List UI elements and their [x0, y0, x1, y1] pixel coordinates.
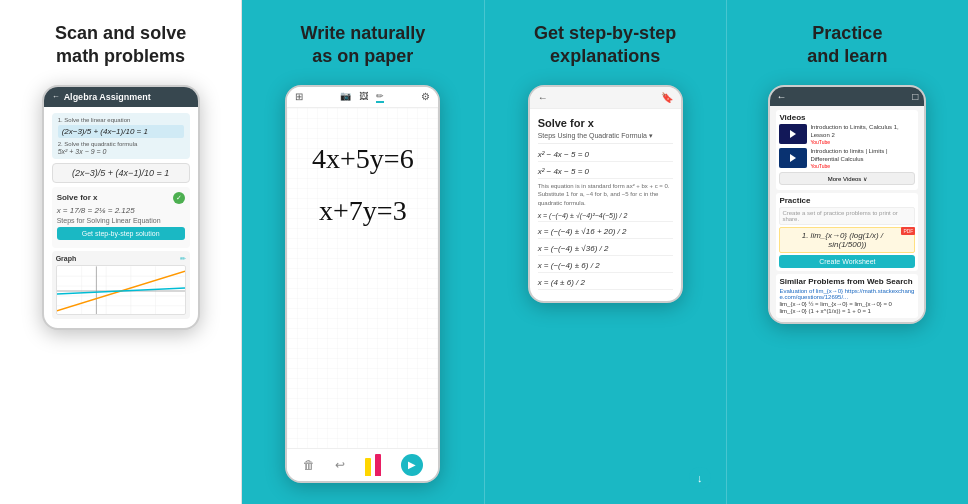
similar-section: Similar Problems from Web Search Evaluat…	[776, 274, 918, 318]
graph-section: Graph ✏	[52, 251, 190, 319]
bookmark-icon: 🔖	[661, 92, 673, 103]
step-6: x = (−(−4) ± 6) / 2	[538, 259, 673, 273]
yellow-pencil-icon[interactable]	[365, 458, 371, 476]
video-title-1: Introduction to Limits, Calculus 1, Less…	[810, 124, 915, 140]
back-icon-3: ←	[538, 92, 548, 103]
similar-math-2: lim_{x→0} (1 + x^(1/x)) = 1 + 0 = 1	[779, 308, 915, 314]
graph-area	[56, 265, 186, 315]
check-badge: ✓	[173, 192, 185, 204]
graph-svg	[57, 266, 185, 315]
hw-line2: x+7y=3	[297, 190, 428, 232]
explanation-text: This equation is in standard form ax² + …	[538, 182, 673, 207]
youtube-label-1: YouTube	[810, 139, 915, 146]
back-icon: ←	[52, 92, 60, 101]
step-3: x = (−(−4) ± √(−4)²−4(−5)) / 2	[538, 210, 673, 222]
play-icon-1	[790, 130, 796, 138]
step-7: x = (4 ± 6) / 2	[538, 276, 673, 290]
grid-icon: ⊞	[295, 91, 303, 102]
practice-title: Practice	[779, 196, 915, 205]
phone3-header: ← 🔖	[530, 87, 681, 109]
phone4-content: Videos Introduction to Limits, Calculus …	[770, 106, 924, 322]
solve-result: x = 17/8 = 2⅛ = 2.125	[57, 206, 185, 215]
steps-label: Steps for Solving Linear Equation	[57, 217, 185, 224]
create-worksheet-button[interactable]: Create Worksheet	[779, 255, 915, 268]
hw-line1: 4x+5y=6	[297, 138, 428, 180]
practice-input[interactable]: Create a set of practice problems to pri…	[779, 207, 915, 225]
phone-mockup-1: ← Algebra Assignment 1. Solve the linear…	[42, 85, 200, 330]
panel4-title: Practice and learn	[807, 22, 887, 69]
video-thumb-1	[779, 124, 807, 144]
photo-icon: 🖼	[359, 91, 368, 103]
math-preview: 1. lim_{x→0} (log(1/x) / sin(1/500))	[779, 227, 915, 253]
phone2-bottom-bar: 🗑 ↩ ▶	[287, 448, 438, 481]
pink-pencil-icon[interactable]	[375, 454, 381, 476]
solve-for-x-title: Solve for x	[538, 117, 673, 129]
more-videos-button[interactable]: More Videos ∨	[779, 172, 915, 185]
play-overlay-2	[779, 148, 807, 168]
phone2-toolbar: ⊞ 📷 🖼 ✏ ⚙	[287, 87, 438, 108]
steps-dropdown[interactable]: Steps Using the Quadratic Formula ▾	[538, 132, 673, 144]
similar-link[interactable]: Evaluation of lim_{x→0} https://math.sta…	[779, 288, 915, 300]
solve-section: Solve for x ✓ x = 17/8 = 2⅛ = 2.125 Step…	[52, 187, 190, 248]
phone3-content: Solve for x Steps Using the Quadratic Fo…	[530, 109, 681, 301]
problem2-label: 2. Solve the quadratic formula	[58, 141, 184, 147]
trash-icon[interactable]: 🗑	[303, 458, 315, 472]
handwriting-equation: 4x+5y=6 x+7y=3	[287, 108, 438, 247]
problem1-box: 1. Solve the linear equation (2x−3)/5 + …	[52, 113, 190, 159]
step-4: x = (−(−4) ± √16 + 20) / 2	[538, 225, 673, 239]
video-item-1: Introduction to Limits, Calculus 1, Less…	[779, 124, 915, 146]
panel-write: Write naturally as on paper ⊞ 📷 🖼 ✏ ⚙	[242, 0, 484, 504]
handwriting-area: 4x+5y=6 x+7y=3	[287, 108, 438, 448]
menu-icon: □	[912, 91, 918, 102]
pdf-badge: PDF	[901, 227, 915, 235]
phone-mockup-2: ⊞ 📷 🖼 ✏ ⚙ 4x+5y=6 x+7y=3	[285, 85, 440, 483]
problem1-label: 1. Solve the linear equation	[58, 117, 184, 123]
step-1: x² − 4x − 5 = 0	[538, 148, 673, 162]
videos-section: Videos Introduction to Limits, Calculus …	[776, 110, 918, 190]
video-thumb-2	[779, 148, 807, 168]
camera-icon: 📷	[340, 91, 351, 103]
equation-large-display: (2x−3)/5 + (4x−1)/10 = 1	[52, 163, 190, 183]
phone1-header: ← Algebra Assignment	[44, 87, 198, 107]
phone4-header: ← □	[770, 87, 924, 106]
phone-mockup-4: ← □ Videos Introduction to Limits, Calcu…	[768, 85, 926, 324]
videos-title: Videos	[779, 113, 915, 122]
panel-explanations: Get step-by-step explanations ← 🔖 Solve …	[485, 0, 727, 504]
play-icon-2	[790, 154, 796, 162]
panel3-title: Get step-by-step explanations	[534, 22, 676, 69]
video-title-2: Introduction to limits | Limits | Differ…	[810, 148, 915, 164]
graph-title: Graph	[56, 255, 77, 262]
panel1-title: Scan and solve math problems	[55, 22, 186, 69]
pencil-icons	[365, 454, 381, 476]
practice-section: Practice Create a set of practice proble…	[776, 193, 918, 271]
pencil-icon: ✏	[180, 255, 186, 265]
youtube-label-2: YouTube	[810, 163, 915, 170]
phone-mockup-3: ← 🔖 Solve for x Steps Using the Quadrati…	[528, 85, 683, 303]
steps-button[interactable]: Get step-by-step solution	[57, 227, 185, 240]
toolbar-icons: 📷 🖼 ✏	[340, 91, 384, 103]
video-info-2: Introduction to limits | Limits | Differ…	[810, 148, 915, 170]
phone1-content: 1. Solve the linear equation (2x−3)/5 + …	[44, 107, 198, 328]
settings-icon: ⚙	[421, 91, 430, 102]
equation2: 5x² + 3x − 9 = 0	[58, 148, 184, 155]
play-overlay-1	[779, 124, 807, 144]
phone1-header-title: Algebra Assignment	[64, 92, 151, 102]
step-2: x² − 4x − 5 = 0	[538, 165, 673, 179]
draw-icon: ✏	[376, 91, 384, 103]
solve-title: Solve for x	[57, 193, 98, 202]
video-item-2: Introduction to limits | Limits | Differ…	[779, 148, 915, 170]
step-5: x = (−(−4) ± √36) / 2	[538, 242, 673, 256]
back-icon-4: ←	[776, 91, 786, 102]
video-info-1: Introduction to Limits, Calculus 1, Less…	[810, 124, 915, 146]
similar-title: Similar Problems from Web Search	[779, 277, 915, 286]
undo-icon[interactable]: ↩	[335, 458, 345, 472]
panel-practice: Practice and learn ← □ Videos Introducti…	[727, 0, 968, 504]
panel-scan-solve: Scan and solve math problems ← Algebra A…	[0, 0, 242, 504]
panel2-title: Write naturally as on paper	[301, 22, 426, 69]
equation1: (2x−3)/5 + (4x−1)/10 = 1	[58, 125, 184, 138]
similar-math-1: lim_{x→0} ½ = lim_{x→0} = lim_{x→0} = 0	[779, 301, 915, 307]
send-button[interactable]: ▶	[401, 454, 423, 476]
